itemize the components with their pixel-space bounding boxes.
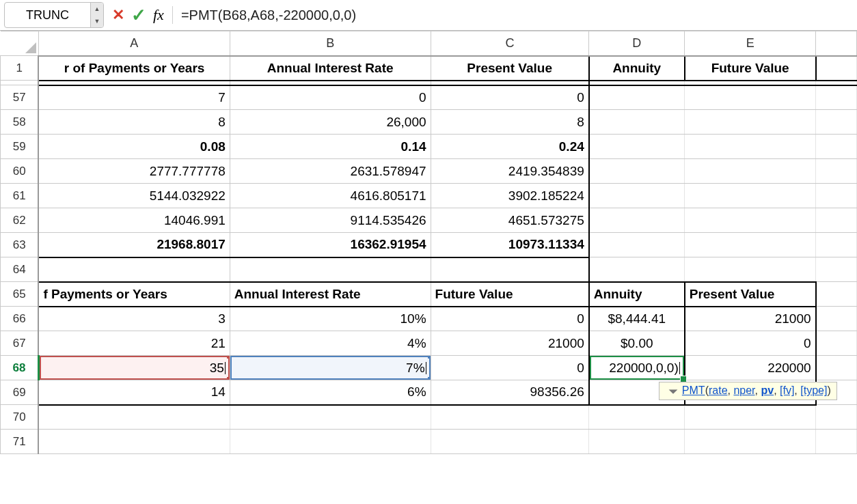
cell-B60[interactable]: 2631.578947 xyxy=(230,159,431,184)
col-E[interactable]: E xyxy=(685,31,816,56)
cell-B63[interactable]: 16362.91954 xyxy=(230,233,431,257)
row-header[interactable]: 60 xyxy=(1,159,39,184)
row-header[interactable]: 67 xyxy=(1,331,39,356)
cell-E68[interactable]: 220000 xyxy=(685,356,816,380)
cell-C69[interactable]: 98356.26 xyxy=(431,380,589,405)
cell-C58[interactable]: 8 xyxy=(431,110,589,135)
cell-C1[interactable]: Present Value xyxy=(431,56,589,81)
row-header[interactable]: 57 xyxy=(1,85,39,110)
col-C[interactable]: C xyxy=(431,31,589,56)
cell-E62[interactable] xyxy=(685,208,816,233)
row-header[interactable]: 58 xyxy=(1,110,39,135)
cell-A60[interactable]: 2777.777778 xyxy=(38,159,230,184)
cell-E59[interactable] xyxy=(685,135,816,159)
cell-A66[interactable]: 3 xyxy=(38,307,230,331)
spinner-up-icon[interactable]: ▲ xyxy=(91,3,103,15)
function-tooltip[interactable]: PMT(rate, nper, pv, [fv], [type]) xyxy=(659,382,836,400)
cell-B64[interactable] xyxy=(230,257,431,282)
cell-B62[interactable]: 9114.535426 xyxy=(230,208,431,233)
row-header[interactable]: 1 xyxy=(1,56,39,81)
cell-A63[interactable]: 21968.8017 xyxy=(38,233,230,257)
cell-E63[interactable] xyxy=(685,233,816,257)
cell-B61[interactable]: 4616.805171 xyxy=(230,184,431,208)
select-all-corner[interactable] xyxy=(1,31,39,56)
row-header[interactable]: 62 xyxy=(1,208,39,233)
cell-A65[interactable]: f Payments or Years xyxy=(38,282,230,307)
cell-C65[interactable]: Future Value xyxy=(431,282,589,307)
cell-D60[interactable] xyxy=(589,159,685,184)
row-header[interactable]: 63 xyxy=(1,233,39,257)
cell-D61[interactable] xyxy=(589,184,685,208)
cell-D59[interactable] xyxy=(589,135,685,159)
cell-A1[interactable]: r of Payments or Years xyxy=(38,56,230,81)
row-header[interactable]: 71 xyxy=(1,430,39,454)
cell-D64[interactable] xyxy=(589,257,685,282)
cell-E64[interactable] xyxy=(685,257,816,282)
cell-C68[interactable]: 0 xyxy=(431,356,589,380)
cell-B58[interactable]: 26,000 xyxy=(230,110,431,135)
cell-A62[interactable]: 14046.991 xyxy=(38,208,230,233)
cell-D57[interactable] xyxy=(589,85,685,110)
cell-E58[interactable] xyxy=(685,110,816,135)
cell-B59[interactable]: 0.14 xyxy=(230,135,431,159)
cell-extra[interactable] xyxy=(816,56,857,81)
cell-C60[interactable]: 2419.354839 xyxy=(431,159,589,184)
row-header[interactable]: 66 xyxy=(1,307,39,331)
cell-E61[interactable] xyxy=(685,184,816,208)
cell-D62[interactable] xyxy=(589,208,685,233)
name-box-spinner[interactable]: ▲ ▼ xyxy=(90,3,103,27)
cell-B67[interactable]: 4% xyxy=(230,331,431,356)
row-header[interactable]: 61 xyxy=(1,184,39,208)
cell-E66[interactable]: 21000 xyxy=(685,307,816,331)
dropdown-icon[interactable] xyxy=(668,385,679,396)
cell-A58[interactable]: 8 xyxy=(38,110,230,135)
row-header[interactable]: 68 xyxy=(1,356,39,380)
row-header[interactable]: 59 xyxy=(1,135,39,159)
row-header[interactable]: 69 xyxy=(1,380,39,405)
cell-B65[interactable]: Annual Interest Rate xyxy=(230,282,431,307)
col-B[interactable]: B xyxy=(230,31,431,56)
cell-E65[interactable]: Present Value xyxy=(685,282,816,307)
cell-D58[interactable] xyxy=(589,110,685,135)
cell-B69[interactable]: 6% xyxy=(230,380,431,405)
row-header[interactable]: 70 xyxy=(1,405,39,430)
row-header[interactable]: 65 xyxy=(1,282,39,307)
cell-D1[interactable]: Annuity xyxy=(589,56,685,81)
cell-B1[interactable]: Annual Interest Rate xyxy=(230,56,431,81)
cell-A69[interactable]: 14 xyxy=(38,380,230,405)
cell-E1[interactable]: Future Value xyxy=(685,56,816,81)
fx-label[interactable]: fx xyxy=(149,6,168,24)
cell-E57[interactable] xyxy=(685,85,816,110)
cell-A57[interactable]: 7 xyxy=(38,85,230,110)
cell-C67[interactable]: 21000 xyxy=(431,331,589,356)
cell-C62[interactable]: 4651.573275 xyxy=(431,208,589,233)
cell-C57[interactable]: 0 xyxy=(431,85,589,110)
cell-C63[interactable]: 10973.11334 xyxy=(431,233,589,257)
col-extra[interactable] xyxy=(816,31,857,56)
spreadsheet-grid[interactable]: A B C D E 1 r of Payments or Years Annua… xyxy=(0,31,857,454)
cell-C64[interactable] xyxy=(431,257,589,282)
row-header[interactable]: 64 xyxy=(1,257,39,282)
col-D[interactable]: D xyxy=(589,31,685,56)
cell-B57[interactable]: 0 xyxy=(230,85,431,110)
formula-input[interactable]: =PMT(B68,A68,-220000,0,0) xyxy=(177,8,857,23)
cell-A59[interactable]: 0.08 xyxy=(38,135,230,159)
cell-D65[interactable]: Annuity xyxy=(589,282,685,307)
cell-E60[interactable] xyxy=(685,159,816,184)
cell-A67[interactable]: 21 xyxy=(38,331,230,356)
cancel-button[interactable]: ✕ xyxy=(108,6,128,24)
cell-E67[interactable]: 0 xyxy=(685,331,816,356)
col-A[interactable]: A xyxy=(38,31,230,56)
cell-D66[interactable]: $8,444.41 xyxy=(589,307,685,331)
cell-A61[interactable]: 5144.032922 xyxy=(38,184,230,208)
cell-D63[interactable] xyxy=(589,233,685,257)
cell-D67[interactable]: $0.00 xyxy=(589,331,685,356)
spinner-down-icon[interactable]: ▼ xyxy=(91,15,103,27)
cell-D68[interactable]: 220000,0,0) PMT(rate, nper, pv, [fv], [t… xyxy=(589,356,685,380)
cell-C59[interactable]: 0.24 xyxy=(431,135,589,159)
cell-C61[interactable]: 3902.185224 xyxy=(431,184,589,208)
cell-A68[interactable]: 35 xyxy=(38,356,230,380)
cell-B68[interactable]: 7% xyxy=(230,356,431,380)
name-box[interactable]: TRUNC ▲ ▼ xyxy=(4,2,104,28)
confirm-button[interactable]: ✓ xyxy=(128,5,149,26)
